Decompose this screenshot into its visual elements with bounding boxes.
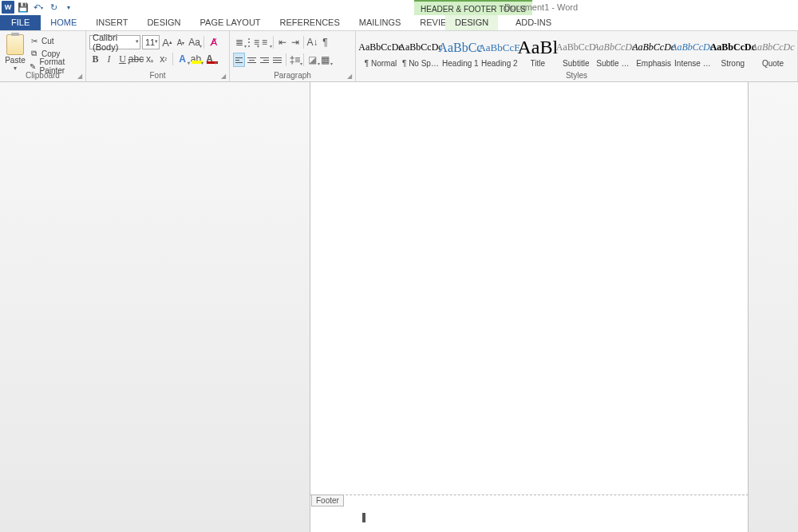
qat-customize-icon[interactable]: ▾ <box>62 1 75 14</box>
style-intense-e-[interactable]: AaBbCcDcIntense E... <box>674 33 713 71</box>
style-heading-2[interactable]: AaBbCcEHeading 2 <box>480 33 519 71</box>
text-effects-icon[interactable]: A▾ <box>176 52 188 66</box>
style-label: Quote <box>762 59 784 68</box>
style-preview: AaBbCcDc <box>632 37 675 59</box>
chevron-down-icon: ▾ <box>155 38 158 45</box>
footer-tag[interactable]: Footer <box>311 495 344 506</box>
separator <box>286 53 286 66</box>
style-label: Strong <box>721 59 745 68</box>
cut-label: Cut <box>41 37 54 45</box>
title-bar: W 💾 ↶▾ ↻ ▾ HEADER & FOOTER TOOLS Documen… <box>0 0 798 15</box>
paste-icon <box>6 34 24 55</box>
superscript-button[interactable]: x <box>157 52 169 66</box>
style-preview: AaBbCcDc <box>358 37 402 59</box>
tab-addins[interactable]: ADD-INS <box>506 15 561 30</box>
shading-icon[interactable]: ◪▾ <box>306 53 318 67</box>
style-label: Emphasis <box>636 59 671 68</box>
style-label: ¶ No Spac... <box>402 59 439 68</box>
numbering-icon[interactable]: ⋮≡▾ <box>246 35 258 49</box>
paste-label: Paste <box>5 56 26 65</box>
chevron-down-icon: ▾ <box>136 38 139 45</box>
align-center-button[interactable] <box>246 53 258 67</box>
style-preview: AaBbCcE <box>478 37 520 59</box>
style-subtle-em-[interactable]: AaBbCcDcSubtle Em... <box>595 33 634 71</box>
style--no-spac-[interactable]: AaBbCcDc¶ No Spac... <box>401 33 440 71</box>
tab-references[interactable]: REFERENCES <box>271 15 350 30</box>
font-size-combo[interactable]: 11▾ <box>142 35 160 49</box>
grow-font-icon[interactable]: A▴ <box>161 35 173 49</box>
justify-button[interactable] <box>271 53 283 67</box>
ribbon-tabs: FILE HOME INSERT DESIGN PAGE LAYOUT REFE… <box>0 15 798 30</box>
tab-design[interactable]: DESIGN <box>137 15 190 30</box>
multilevel-list-icon[interactable]: ≡▾ <box>259 35 271 49</box>
copy-label: Copy <box>41 49 60 58</box>
align-left-button[interactable] <box>233 53 245 67</box>
tab-file[interactable]: FILE <box>0 15 41 30</box>
style-preview: AaBbCcDc <box>593 37 636 59</box>
style--normal[interactable]: AaBbCcDc¶ Normal <box>361 33 401 71</box>
font-name-combo[interactable]: Calibri (Body)▾ <box>89 35 140 49</box>
style-preview: AaBbCcD <box>556 37 596 59</box>
show-marks-icon[interactable]: ¶ <box>319 35 331 49</box>
save-icon[interactable]: 💾 <box>17 1 30 14</box>
separator <box>172 53 173 65</box>
separator <box>203 36 204 49</box>
italic-button[interactable]: I <box>103 52 115 66</box>
style-label: Heading 2 <box>481 59 518 68</box>
clear-formatting-icon[interactable]: A̸ <box>207 35 219 49</box>
ribbon: Paste ▾ ✂Cut ⧉Copy ✎Format Painter Clipb… <box>0 30 798 82</box>
cut-button[interactable]: ✂Cut <box>27 34 82 47</box>
tab-contextual-design[interactable]: DESIGN <box>445 15 498 30</box>
font-launcher-icon[interactable]: ◢ <box>219 72 227 80</box>
style-preview: AaBbCcDc <box>752 37 795 59</box>
decrease-indent-icon[interactable]: ⇤ <box>276 35 288 49</box>
style-preview: AaBbCcDc <box>398 37 442 59</box>
change-case-icon[interactable]: Aa▾ <box>188 35 200 49</box>
bullets-icon[interactable]: ≣▾ <box>233 35 245 49</box>
subscript-button[interactable]: x <box>144 52 156 66</box>
style-label: Intense E... <box>674 59 711 68</box>
tab-insert[interactable]: INSERT <box>86 15 137 30</box>
style-title[interactable]: AaBlTitle <box>519 33 557 71</box>
style-label: Heading 1 <box>442 59 479 68</box>
underline-button[interactable]: U▾ <box>117 52 128 66</box>
borders-icon[interactable]: ▦▾ <box>319 53 331 67</box>
sort-icon[interactable]: A↓ <box>306 35 318 49</box>
group-clipboard: Paste ▾ ✂Cut ⧉Copy ✎Format Painter Clipb… <box>0 31 86 81</box>
bold-button[interactable]: B <box>89 52 101 66</box>
font-size-value: 11 <box>145 37 155 47</box>
group-paragraph: ≣▾ ⋮≡▾ ≡▾ ⇤ ⇥ A↓ ¶ ‡≡▾ ◪▾ ▦▾ Paragraph ◢ <box>230 31 356 81</box>
highlight-icon[interactable]: ab▾ <box>190 52 202 66</box>
strikethrough-button[interactable]: abc <box>130 52 142 66</box>
shrink-font-icon[interactable]: A▾ <box>175 35 187 49</box>
style-preview: AaBbCcDc <box>710 37 756 59</box>
style-label: Subtitle <box>563 59 589 68</box>
style-strong[interactable]: AaBbCcDcStrong <box>713 33 754 71</box>
style-preview: AaBbCc <box>438 37 482 59</box>
group-font: Calibri (Body)▾ 11▾ A▴ A▾ Aa▾ A̸ B I U▾ … <box>86 31 230 81</box>
style-subtitle[interactable]: AaBbCcDSubtitle <box>557 33 595 71</box>
clipboard-launcher-icon[interactable]: ◢ <box>76 72 84 80</box>
style-label: Subtle Em... <box>596 59 633 68</box>
tab-home[interactable]: HOME <box>41 15 86 30</box>
style-heading-1[interactable]: AaBbCcHeading 1 <box>440 33 480 71</box>
page[interactable] <box>310 82 749 532</box>
tab-page-layout[interactable]: PAGE LAYOUT <box>191 15 271 30</box>
word-app-icon: W <box>2 1 14 14</box>
footer-separator <box>310 495 749 495</box>
align-right-button[interactable] <box>259 53 271 67</box>
separator <box>303 53 304 66</box>
separator <box>273 36 274 49</box>
separator <box>303 36 304 49</box>
style-preview: AaBl <box>517 37 558 59</box>
redo-icon[interactable]: ↻ <box>47 1 60 14</box>
tab-mailings[interactable]: MAILINGS <box>350 15 411 30</box>
style-emphasis[interactable]: AaBbCcDcEmphasis <box>634 33 674 71</box>
undo-icon[interactable]: ↶▾ <box>32 1 45 14</box>
font-color-icon[interactable]: A▾ <box>203 52 215 66</box>
paragraph-launcher-icon[interactable]: ◢ <box>346 72 354 80</box>
document-title: Document1 - Word <box>504 0 578 15</box>
increase-indent-icon[interactable]: ⇥ <box>289 35 301 49</box>
line-spacing-icon[interactable]: ‡≡▾ <box>289 53 301 67</box>
style-quote[interactable]: AaBbCcDcQuote <box>753 33 792 71</box>
